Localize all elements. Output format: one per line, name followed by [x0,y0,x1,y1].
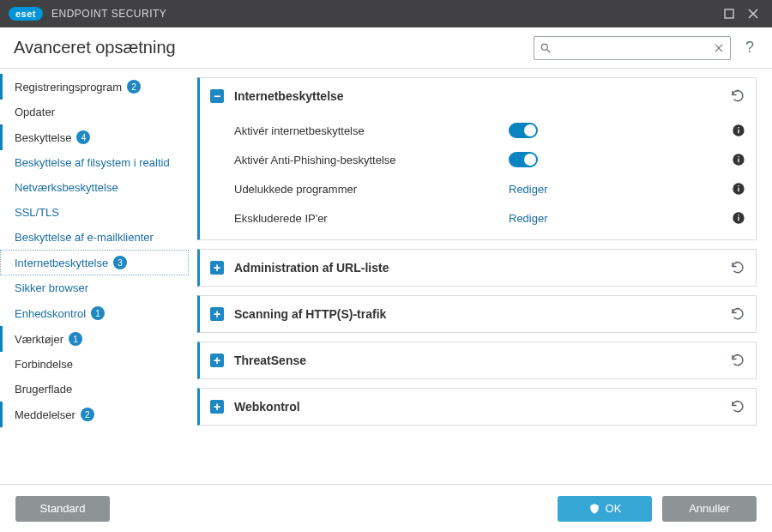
setting-row-enable-antiphishing: Aktivér Anti-Phishing-beskyttelse [234,145,745,174]
section-title: Internetbeskyttelse [234,89,344,103]
sidebar-item-label: Opdater [15,106,55,118]
section-header[interactable]: ThreatSense [200,342,756,378]
sidebar-badge: 4 [76,130,90,144]
sidebar-item-ssl-tls[interactable]: SSL/TLS [0,200,189,225]
section-webkontrol: Webkontrol [197,388,757,426]
expand-icon[interactable] [210,261,224,275]
svg-line-4 [547,49,551,52]
section-title: Administration af URL-liste [234,261,389,275]
section-threatsense: ThreatSense [197,342,757,379]
svg-rect-14 [738,188,739,192]
section-header[interactable]: Internetbeskyttelse [200,78,756,114]
sidebar-badge: 3 [113,256,127,269]
edit-link[interactable]: Rediger [509,212,548,225]
sidebar-badge: 2 [127,80,141,94]
reset-icon[interactable] [730,399,745,414]
expand-icon[interactable] [210,354,224,367]
sidebar-item-label: Beskyttelse [15,131,71,144]
sidebar-item-netvaerksbeskyttelse[interactable]: Netværksbeskyttelse [0,175,189,200]
sidebar-item-label: Forbindelse [15,358,73,371]
info-icon[interactable] [732,124,745,137]
sidebar-item-sikker-browser[interactable]: Sikker browser [0,275,189,300]
info-icon[interactable] [732,211,745,225]
edit-link[interactable]: Rediger [509,183,548,196]
main-content: Internetbeskyttelse Aktivér internetbesk… [189,69,772,484]
svg-rect-15 [738,185,739,186]
svg-rect-11 [738,159,739,163]
sidebar-item-brugerflade[interactable]: Brugerflade [0,377,189,402]
sidebar-item-emailklienter[interactable]: Beskyttelse af e-mailklienter [0,225,189,250]
svg-rect-18 [738,215,739,215]
reset-icon[interactable] [730,260,745,275]
reset-icon[interactable] [730,306,745,322]
sidebar-item-label: SSL/TLS [15,206,59,219]
sidebar-item-registreringsprogram[interactable]: Registreringsprogram 2 [0,74,189,100]
sidebar-item-label: Sikker browser [15,281,88,294]
svg-point-3 [541,44,547,50]
setting-row-enable-internet: Aktivér internetbeskyttelse [234,116,745,145]
product-name: ENDPOINT SECURITY [51,8,166,20]
section-internetbeskyttelse: Internetbeskyttelse Aktivér internetbesk… [197,77,757,240]
sidebar-item-opdater[interactable]: Opdater [0,100,189,124]
sidebar-badge: 1 [69,332,82,346]
toggle-switch[interactable] [509,152,538,167]
search-input[interactable] [552,42,713,54]
cancel-button[interactable]: Annuller [662,496,757,522]
help-button[interactable]: ? [741,39,758,57]
section-title: Scanning af HTTP(S)-trafik [234,307,386,321]
section-title: ThreatSense [234,354,306,367]
svg-rect-17 [738,217,739,221]
sidebar-item-label: Meddelelser [15,408,75,421]
section-header[interactable]: Webkontrol [200,389,756,425]
page-title: Avanceret opsætning [14,38,176,57]
search-icon [540,42,552,54]
shield-icon [588,503,600,515]
svg-rect-12 [738,156,739,157]
section-http-scanning: Scanning af HTTP(S)-trafik [197,295,757,333]
sidebar-item-enhedskontrol[interactable]: Enhedskontrol 1 [0,300,189,326]
clear-search-icon[interactable] [713,42,725,54]
toggle-switch[interactable] [509,123,538,138]
sidebar-item-label: Internetbeskyttelse [15,257,108,269]
sidebar-item-filsystem-realtid[interactable]: Beskyttelse af filsystem i realtid [0,150,189,175]
reset-icon[interactable] [730,88,745,104]
reset-icon[interactable] [730,353,745,368]
default-button[interactable]: Standard [15,496,110,522]
sidebar-item-label: Registreringsprogram [15,81,122,94]
ok-button[interactable]: OK [558,496,652,522]
titlebar: eset ENDPOINT SECURITY [0,0,772,27]
section-header[interactable]: Administration af URL-liste [200,250,756,286]
sidebar-item-label: Beskyttelse af filsystem i realtid [15,156,170,169]
section-title: Webkontrol [234,400,300,414]
svg-rect-9 [738,127,739,128]
sidebar-badge: 2 [81,408,94,421]
info-icon[interactable] [732,182,745,196]
expand-icon[interactable] [210,400,224,414]
section-header[interactable]: Scanning af HTTP(S)-trafik [200,296,756,332]
setting-label: Udelukkede programmer [234,183,509,196]
window-close-icon[interactable] [741,2,765,26]
sidebar-item-label: Brugerflade [15,383,72,396]
sidebar-badge: 1 [91,306,105,320]
sidebar-item-vaerktoejer[interactable]: Værktøjer 1 [0,326,189,352]
sidebar: Registreringsprogram 2 Opdater Beskyttel… [0,69,189,484]
sidebar-item-beskyttelse[interactable]: Beskyttelse 4 [0,124,189,150]
sidebar-item-label: Enhedskontrol [15,307,86,320]
footer: Standard OK Annuller [0,484,772,532]
setting-label: Ekskluderede IP'er [234,212,509,225]
expand-icon[interactable] [210,307,224,321]
setting-row-excluded-programs: Udelukkede programmer Rediger [234,174,745,203]
brand-logo: eset [9,7,43,21]
sidebar-item-label: Netværksbeskyttelse [15,181,118,194]
search-input-wrap[interactable] [534,36,731,60]
setting-row-excluded-ips: Ekskluderede IP'er Rediger [234,203,745,233]
sidebar-item-meddelelser[interactable]: Meddelelser 2 [0,402,189,427]
window-maximize-icon[interactable] [717,2,741,26]
svg-rect-8 [738,130,739,134]
setting-label: Aktivér Anti-Phishing-beskyttelse [234,154,509,166]
section-url-liste: Administration af URL-liste [197,249,757,287]
sidebar-item-internetbeskyttelse[interactable]: Internetbeskyttelse 3 [0,250,189,275]
sidebar-item-forbindelse[interactable]: Forbindelse [0,352,189,377]
info-icon[interactable] [732,153,745,166]
collapse-icon[interactable] [210,89,224,103]
